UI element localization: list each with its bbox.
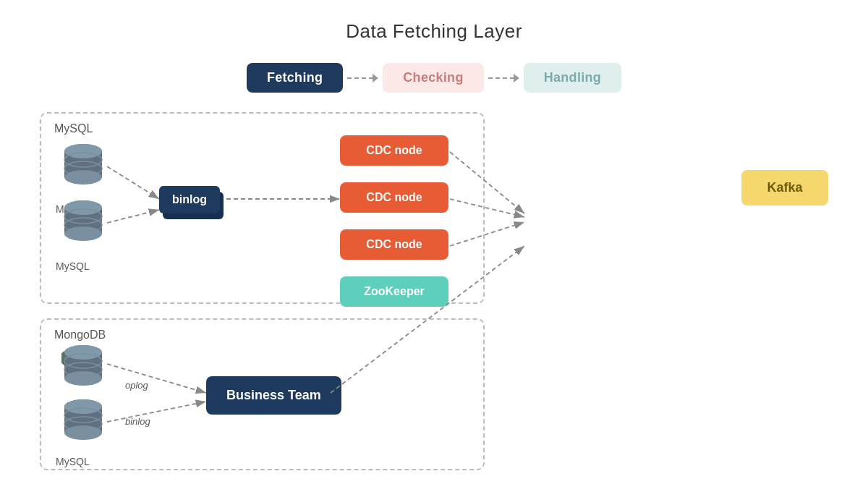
arrow-2 (488, 74, 519, 82)
step-fetching: Fetching (247, 63, 343, 93)
mysql-db-icon-1 (61, 143, 105, 193)
binlog-label-mongo: binlog (125, 416, 150, 427)
arrow-1 (347, 74, 378, 82)
mysql-db-icon-2 (61, 199, 105, 250)
mysql-text-label-2: MySQL (56, 260, 90, 272)
mysql-db-icon-3 (61, 398, 105, 449)
oplog-label: oplog (125, 380, 148, 391)
svg-point-9 (64, 200, 102, 215)
page-title: Data Fetching Layer (0, 0, 868, 43)
mysql-text-label-3: MySQL (56, 456, 90, 467)
svg-point-21 (64, 399, 102, 414)
kafka-box: Kafka (741, 170, 828, 205)
svg-point-8 (64, 226, 102, 241)
svg-point-20 (64, 425, 102, 440)
mongodb-label: MongoDB (54, 328, 106, 342)
cdc-node-1: CDC node (340, 135, 448, 166)
step-checking: Checking (383, 63, 483, 93)
main-area: MySQL MySQL MySQL binlog binlog CDC node… (40, 112, 828, 478)
svg-point-3 (64, 144, 102, 158)
mysql-label-1: MySQL (54, 122, 93, 135)
svg-point-2 (64, 170, 102, 184)
binlog-button[interactable]: binlog (159, 186, 220, 213)
mongodb-db-icon (61, 344, 105, 394)
cdc-node-3: CDC node (340, 229, 448, 260)
cdc-node-2: CDC node (340, 182, 448, 213)
business-team-button[interactable]: Business Team (206, 376, 341, 415)
step-handling: Handling (524, 63, 621, 93)
pipeline: Fetching Checking Handling (0, 63, 868, 93)
zookeeper-node: ZooKeeper (340, 276, 448, 307)
svg-point-15 (64, 345, 102, 360)
svg-point-14 (64, 371, 102, 386)
